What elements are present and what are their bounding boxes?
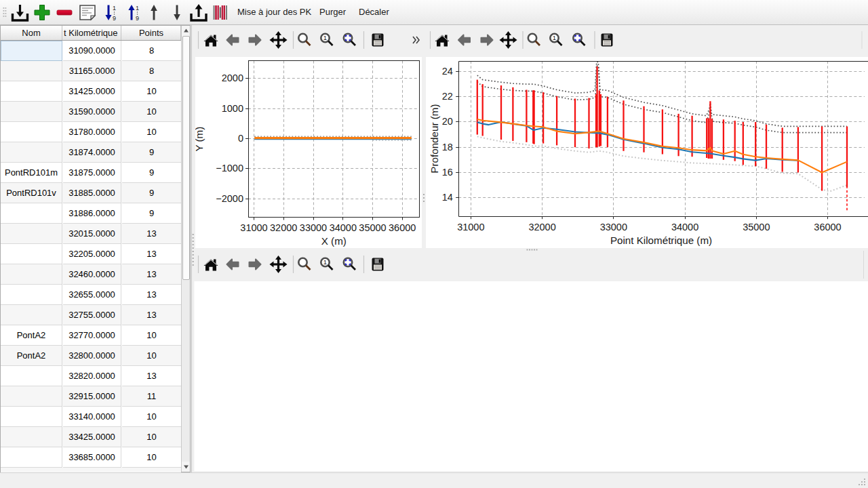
svg-text:1: 1 — [323, 34, 327, 41]
svg-text:9: 9 — [113, 15, 116, 22]
svg-text:1: 1 — [323, 258, 327, 266]
svg-text:1: 1 — [553, 34, 556, 41]
svg-text:9: 9 — [136, 15, 139, 22]
svg-text:1: 1 — [113, 5, 116, 12]
svg-text:1: 1 — [136, 5, 139, 12]
